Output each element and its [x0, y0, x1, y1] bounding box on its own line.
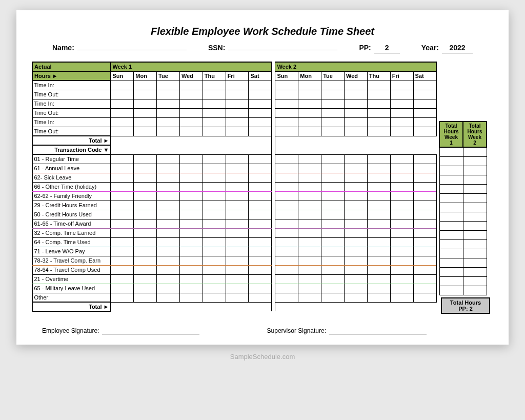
cell[interactable] — [298, 237, 321, 247]
cell[interactable] — [157, 210, 180, 219]
cell[interactable] — [134, 256, 157, 265]
cell[interactable] — [179, 256, 203, 265]
cell[interactable] — [226, 81, 249, 90]
cell[interactable] — [413, 191, 436, 201]
cell[interactable] — [321, 191, 345, 201]
cell[interactable] — [344, 127, 367, 136]
cell[interactable] — [249, 293, 272, 302]
cell[interactable] — [157, 127, 180, 136]
cell[interactable] — [111, 173, 134, 182]
cell[interactable] — [344, 164, 367, 173]
cell[interactable] — [321, 228, 345, 237]
cell[interactable] — [134, 108, 157, 117]
cell[interactable] — [413, 284, 436, 293]
cell[interactable] — [203, 284, 226, 293]
cell[interactable] — [321, 274, 345, 284]
cell[interactable] — [390, 201, 413, 210]
total-cell[interactable] — [463, 147, 487, 156]
cell[interactable] — [321, 256, 345, 265]
cell[interactable] — [390, 228, 413, 237]
cell[interactable] — [249, 81, 272, 90]
cell[interactable] — [367, 127, 390, 136]
cell[interactable] — [249, 117, 272, 127]
cell[interactable] — [226, 265, 249, 274]
cell[interactable] — [249, 127, 272, 136]
cell[interactable] — [203, 247, 226, 256]
cell[interactable] — [413, 154, 436, 164]
cell[interactable] — [413, 117, 436, 127]
cell[interactable] — [203, 81, 226, 90]
total-cell[interactable] — [463, 249, 487, 258]
cell[interactable] — [275, 173, 298, 182]
cell[interactable] — [226, 182, 249, 191]
cell[interactable] — [203, 237, 226, 247]
cell[interactable] — [179, 265, 203, 274]
cell[interactable] — [413, 210, 436, 219]
cell[interactable] — [390, 117, 413, 127]
sup-sig-line[interactable] — [329, 326, 427, 334]
cell[interactable] — [275, 247, 298, 256]
cell[interactable] — [203, 173, 226, 182]
cell[interactable] — [249, 284, 272, 293]
cell[interactable] — [111, 237, 134, 247]
cell[interactable] — [179, 293, 203, 302]
cell[interactable] — [226, 154, 249, 164]
cell[interactable] — [275, 228, 298, 237]
cell[interactable] — [367, 284, 390, 293]
cell[interactable] — [298, 191, 321, 201]
cell[interactable] — [249, 201, 272, 210]
total-cell[interactable] — [463, 156, 487, 166]
cell[interactable] — [111, 154, 134, 164]
cell[interactable] — [111, 219, 134, 228]
total-cell[interactable] — [439, 147, 463, 156]
cell[interactable] — [157, 191, 180, 201]
cell[interactable] — [134, 293, 157, 302]
cell[interactable] — [111, 182, 134, 191]
total-cell[interactable] — [463, 193, 487, 203]
cell[interactable] — [298, 154, 321, 164]
cell[interactable] — [179, 237, 203, 247]
cell[interactable] — [367, 173, 390, 182]
cell[interactable] — [226, 210, 249, 219]
cell[interactable] — [157, 237, 180, 247]
total-cell[interactable] — [463, 221, 487, 230]
cell[interactable] — [134, 90, 157, 99]
cell[interactable] — [157, 108, 180, 117]
cell[interactable] — [367, 210, 390, 219]
cell[interactable] — [226, 173, 249, 182]
cell[interactable] — [367, 191, 390, 201]
cell[interactable] — [367, 293, 390, 302]
cell[interactable] — [111, 117, 134, 127]
cell[interactable] — [157, 90, 180, 99]
year-field[interactable]: 2022 — [442, 44, 473, 53]
cell[interactable] — [344, 256, 367, 265]
cell[interactable] — [111, 99, 134, 108]
cell[interactable] — [390, 164, 413, 173]
cell[interactable] — [157, 293, 180, 302]
cell[interactable] — [111, 210, 134, 219]
cell[interactable] — [157, 201, 180, 210]
cell[interactable] — [157, 154, 180, 164]
cell[interactable] — [226, 256, 249, 265]
cell[interactable] — [157, 256, 180, 265]
cell[interactable] — [367, 228, 390, 237]
cell[interactable] — [298, 127, 321, 136]
cell[interactable] — [226, 127, 249, 136]
cell[interactable] — [321, 210, 345, 219]
total-cell[interactable] — [463, 230, 487, 239]
cell[interactable] — [134, 164, 157, 173]
cell[interactable] — [203, 191, 226, 201]
cell[interactable] — [157, 274, 180, 284]
cell[interactable] — [298, 274, 321, 284]
cell[interactable] — [344, 228, 367, 237]
cell[interactable] — [179, 228, 203, 237]
cell[interactable] — [321, 247, 345, 256]
cell[interactable] — [179, 219, 203, 228]
cell[interactable] — [249, 256, 272, 265]
cell[interactable] — [157, 164, 180, 173]
cell[interactable] — [275, 81, 298, 90]
cell[interactable] — [203, 201, 226, 210]
cell[interactable] — [203, 108, 226, 117]
cell[interactable] — [275, 117, 298, 127]
total-cell[interactable] — [439, 230, 463, 239]
